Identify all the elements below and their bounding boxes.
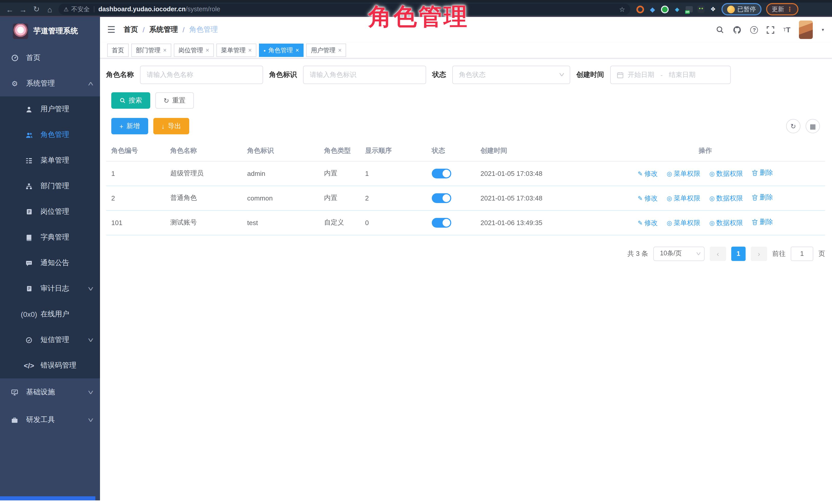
close-icon[interactable]: × <box>295 47 299 54</box>
browser-back-icon[interactable]: ← <box>3 5 17 14</box>
data-permission-link[interactable]: ◎数据权限 <box>709 169 743 179</box>
reset-button[interactable]: ↻ 重置 <box>155 92 194 109</box>
status-toggle[interactable] <box>432 168 451 178</box>
status-toggle[interactable] <box>432 218 451 228</box>
pagination: 共 3 条 10条/页 ˅ ‹ 1 › 前往 页 <box>106 246 825 261</box>
navbar-actions: ? TT ▾ <box>716 21 824 39</box>
sidebar-item-home[interactable]: 首页 <box>0 45 100 71</box>
created-time-label: 创建时间 <box>576 70 604 79</box>
close-icon[interactable]: × <box>248 47 252 54</box>
browser-forward-icon[interactable]: → <box>17 5 30 14</box>
sidebar-item-roles[interactable]: 角色管理 <box>0 122 100 148</box>
breadcrumb-home[interactable]: 首页 <box>124 25 138 34</box>
tag-roles-active[interactable]: ●角色管理× <box>259 44 304 57</box>
export-button[interactable]: ↓ 导出 <box>153 118 189 134</box>
extension-monkey-icon[interactable] <box>697 6 705 13</box>
goto-page-input[interactable] <box>791 246 813 261</box>
chevron-up-icon: ˄ <box>88 80 94 87</box>
columns-icon: ▦ <box>810 122 816 130</box>
sidebar-item-dictionary[interactable]: 字典管理 <box>0 224 100 250</box>
url-host: dashboard.yudao.iocoder.cn <box>99 6 186 13</box>
refresh-icon: ↻ <box>790 122 796 130</box>
tag-departments[interactable]: 部门管理× <box>131 44 171 57</box>
col-role-name: 角色名称 <box>165 140 242 161</box>
bookmark-star-icon[interactable]: ☆ <box>619 5 625 13</box>
search-icon[interactable] <box>716 26 724 34</box>
status-toggle[interactable] <box>432 193 451 203</box>
sidebar-item-notices[interactable]: 通知公告 <box>0 250 100 276</box>
data-permission-link[interactable]: ◎数据权限 <box>709 194 743 203</box>
sidebar-item-users[interactable]: 用户管理 <box>0 97 100 122</box>
github-icon[interactable] <box>733 25 742 34</box>
tag-posts[interactable]: 岗位管理× <box>174 44 214 57</box>
avatar-caret-icon[interactable]: ▾ <box>822 27 824 32</box>
sidebar-submenu-system: 用户管理 角色管理 菜单管理 <box>0 97 100 378</box>
address-bar[interactable]: ⚠ 不安全 dashboard.yudao.iocoder.cn/system/… <box>58 4 630 15</box>
help-icon[interactable]: ? <box>751 26 758 33</box>
delete-link[interactable]: 删除 <box>752 168 773 178</box>
data-permission-link[interactable]: ◎数据权限 <box>709 218 743 228</box>
browser-update-button[interactable]: 更新 ⋮ <box>766 3 799 16</box>
edit-link[interactable]: ✎修改 <box>638 194 658 203</box>
sidebar-item-menus[interactable]: 菜单管理 <box>0 148 100 173</box>
close-icon[interactable]: × <box>206 47 209 54</box>
profile-status-label: 已暂停 <box>737 5 756 14</box>
add-button[interactable]: + 新增 <box>111 118 148 134</box>
main-panel: ☰ 首页 / 系统管理 / 角色管理 ? <box>100 17 832 500</box>
monitor-check-icon <box>10 389 19 396</box>
user-avatar[interactable] <box>799 21 813 39</box>
menu-permission-link[interactable]: ◎菜单权限 <box>667 218 700 228</box>
delete-link[interactable]: 删除 <box>752 217 773 227</box>
column-settings-button[interactable]: ▦ <box>806 119 820 133</box>
browser-reload-icon[interactable]: ↻ <box>30 5 43 14</box>
extension-target-icon[interactable] <box>636 5 644 13</box>
tag-users[interactable]: 用户管理× <box>306 44 346 57</box>
profile-avatar <box>727 5 735 13</box>
browser-home-icon[interactable]: ⌂ <box>43 5 56 14</box>
search-button[interactable]: 搜索 <box>111 92 150 109</box>
sidebar-item-system[interactable]: ⚙ 系统管理 ˄ <box>0 71 100 97</box>
role-name-input[interactable]: 请输入角色名称 <box>140 65 263 84</box>
menu-permission-link[interactable]: ◎菜单权限 <box>667 194 700 203</box>
page-size-select[interactable]: 10条/页 ˅ <box>653 246 705 261</box>
edit-link[interactable]: ✎修改 <box>638 169 658 179</box>
delete-link[interactable]: 删除 <box>752 193 773 202</box>
browser-menu-icon[interactable]: ⋮ <box>787 6 793 13</box>
col-sort: 显示顺序 <box>360 140 427 161</box>
extensions-puzzle-icon[interactable]: ❖ <box>709 5 717 13</box>
extension-green-icon[interactable] <box>661 5 669 13</box>
date-range-picker[interactable]: 开始日期 - 结束日期 <box>610 65 731 84</box>
edit-link[interactable]: ✎修改 <box>638 218 658 228</box>
tag-menus[interactable]: 菜单管理× <box>216 44 256 57</box>
extension-on-badge-icon[interactable]: on <box>685 6 693 12</box>
extension-drop-icon[interactable]: ◆ <box>673 5 681 13</box>
browser-profile-button[interactable]: 已暂停 <box>722 3 761 16</box>
sidebar-item-posts[interactable]: 岗位管理 <box>0 199 100 224</box>
chevron-down-icon: ˅ <box>88 416 94 424</box>
menu-permission-link[interactable]: ◎菜单权限 <box>667 169 700 179</box>
sidebar-item-online-users[interactable]: (0x0) 在线用户 <box>0 301 100 327</box>
range-separator: - <box>660 71 663 79</box>
breadcrumb-system[interactable]: 系统管理 <box>149 25 178 34</box>
sidebar-item-audit-log[interactable]: 审计日志 ˅ <box>0 276 100 301</box>
fullscreen-icon[interactable] <box>767 26 775 33</box>
role-key-input[interactable]: 请输入角色标识 <box>303 65 426 84</box>
next-page-button[interactable]: › <box>751 246 767 261</box>
font-size-icon[interactable]: TT <box>783 26 790 34</box>
status-select[interactable]: 角色状态˅ <box>452 65 570 84</box>
current-page-button[interactable]: 1 <box>731 246 746 261</box>
tag-home[interactable]: 首页 <box>107 44 129 57</box>
sidebar-item-sms[interactable]: 短信管理 ˅ <box>0 327 100 353</box>
refresh-table-button[interactable]: ↻ <box>786 119 801 133</box>
sidebar-item-departments[interactable]: 部门管理 <box>0 173 100 199</box>
close-icon[interactable]: × <box>338 47 342 54</box>
close-icon[interactable]: × <box>163 47 167 54</box>
sidebar-logo[interactable]: 芋道管理系统 <box>0 17 100 45</box>
sidebar-item-error-codes[interactable]: </> 错误码管理 <box>0 353 100 378</box>
sidebar-item-infrastructure[interactable]: 基础设施 ˅ <box>0 378 100 406</box>
extension-gem-icon[interactable]: ◆ <box>649 5 656 13</box>
prev-page-button[interactable]: ‹ <box>710 246 726 261</box>
security-label[interactable]: 不安全 <box>71 5 90 14</box>
sidebar-item-dev-tools[interactable]: 研发工具 ˅ <box>0 406 100 434</box>
hamburger-icon[interactable]: ☰ <box>107 24 115 35</box>
